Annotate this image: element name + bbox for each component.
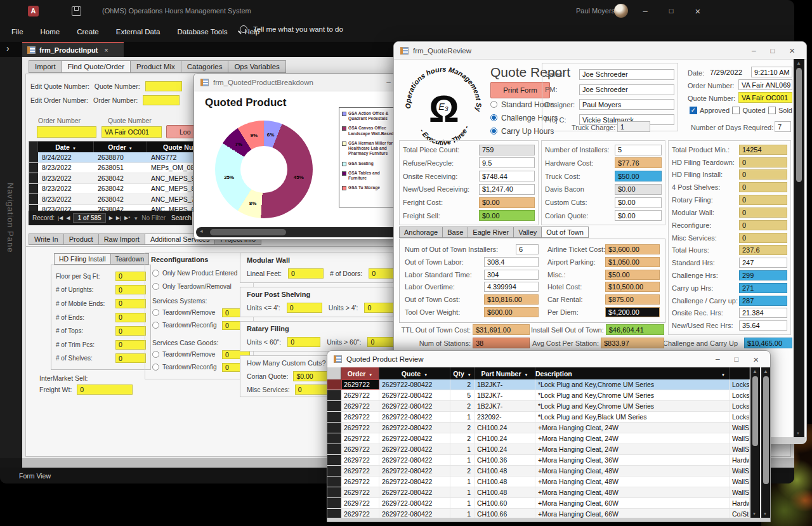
filter-state[interactable]: No Filter xyxy=(141,214,166,221)
row-selector[interactable] xyxy=(29,163,38,173)
datasheet-row[interactable]: 8/23/2022 2638042 ANC_MEPS_7 xyxy=(29,194,193,205)
scroll-thumb[interactable] xyxy=(796,68,802,182)
field-input[interactable]: $4,200.00 xyxy=(605,307,660,317)
field-input[interactable]: $10,816.00 xyxy=(484,294,539,305)
product-row[interactable]: 2629722 2629722-080422 2 CH100.24 +Mora … xyxy=(327,423,750,433)
field-input[interactable]: 299 xyxy=(739,270,787,280)
person-input[interactable]: Paul Moyers xyxy=(579,99,674,110)
field-input[interactable]: 14254 xyxy=(739,145,787,155)
scroll-left-icon[interactable] xyxy=(200,228,203,234)
last-record-icon[interactable] xyxy=(116,215,121,221)
units-gt4-input[interactable]: 0 xyxy=(364,303,395,313)
total-input[interactable]: $46,604.41 xyxy=(606,324,664,335)
menu-item[interactable]: External Data xyxy=(116,28,160,36)
field-input[interactable]: 4.399994 xyxy=(484,282,539,292)
field-input[interactable]: 0 xyxy=(739,182,787,192)
field-input[interactable]: $1,247.40 xyxy=(479,184,535,195)
order-column-header[interactable]: Order xyxy=(94,141,147,152)
truck-charge-input[interactable]: 1 xyxy=(617,121,650,132)
field-input[interactable]: 35.64 xyxy=(739,320,787,331)
units-lte4-input[interactable]: 0 xyxy=(287,303,322,313)
field-input[interactable]: 0 xyxy=(115,326,146,336)
scroll-up-icon[interactable] xyxy=(796,60,801,66)
field-input[interactable]: 0 xyxy=(115,272,146,281)
product-row[interactable]: 2629722 2629722-080422 1 232092- *Lock P… xyxy=(327,412,750,423)
menu-item[interactable]: Database Tools xyxy=(177,28,227,36)
form-tab[interactable]: Ops Variables xyxy=(228,60,285,73)
menu-item[interactable]: Home xyxy=(41,28,60,36)
row-selector[interactable] xyxy=(29,152,38,162)
form-tab[interactable]: Import xyxy=(29,60,62,73)
field-input[interactable]: 0 xyxy=(115,340,146,350)
close-button[interactable] xyxy=(748,354,764,365)
misc-services-input[interactable]: 0 xyxy=(295,385,331,395)
field-input[interactable]: 0 xyxy=(115,313,146,322)
maximize-button[interactable] xyxy=(658,0,684,22)
scroll-up-icon[interactable] xyxy=(763,369,768,374)
datasheet-row[interactable]: 8/24/2022 2638870 ANG772 xyxy=(29,152,193,163)
order-column-header[interactable]: Order xyxy=(341,367,379,379)
order-number-input[interactable]: VA Fair ANL069 xyxy=(738,79,792,90)
units-lt60-input[interactable]: 0 xyxy=(287,337,320,347)
form-tab[interactable]: Write In xyxy=(29,233,63,245)
field-input[interactable]: 0 xyxy=(739,169,787,180)
datasheet-row[interactable]: 8/23/2022 2638042 ANC_MEPS_9 xyxy=(29,173,193,184)
pr-titlebar[interactable]: Quoted Product Review xyxy=(327,351,770,368)
city-tab[interactable]: Eagle River xyxy=(468,227,513,238)
field-input[interactable]: 9.5 xyxy=(479,157,535,168)
row-selector[interactable] xyxy=(327,423,341,433)
filter-icon[interactable] xyxy=(133,214,138,221)
qty-column-header[interactable]: Qty xyxy=(450,367,475,379)
row-selector[interactable] xyxy=(29,184,38,194)
row-selector[interactable] xyxy=(327,466,341,476)
search-records[interactable]: Search xyxy=(171,214,192,221)
time-input[interactable]: 9:21:10 AM xyxy=(751,67,792,77)
checkbox-option[interactable]: Quoted xyxy=(732,106,765,114)
row-selector[interactable] xyxy=(327,509,341,518)
previous-record-icon[interactable] xyxy=(66,215,70,221)
row-selector[interactable] xyxy=(327,487,341,497)
lineal-feet-input[interactable]: 0 xyxy=(288,268,324,279)
person-input[interactable]: Joe Schroeder xyxy=(579,69,674,80)
total-input[interactable]: $31,691.00 xyxy=(473,324,530,335)
total-input[interactable]: $833.97 xyxy=(601,338,664,348)
field-input[interactable]: $600.00 xyxy=(484,307,539,317)
field-input[interactable]: 237.6 xyxy=(739,245,787,255)
new-record-icon[interactable] xyxy=(124,215,130,221)
field-input[interactable]: 6 xyxy=(516,244,539,254)
maximize-button[interactable] xyxy=(766,46,780,55)
close-button[interactable] xyxy=(784,45,800,56)
tab-close-icon[interactable]: × xyxy=(104,46,108,54)
city-tab[interactable]: Base xyxy=(442,227,468,238)
days-required-input[interactable]: 7 xyxy=(775,121,791,132)
table-vscrollbar[interactable] xyxy=(750,367,760,518)
city-tab[interactable]: Out of Town xyxy=(541,227,589,238)
field-input[interactable]: $748.44 xyxy=(479,171,535,181)
minimize-button[interactable] xyxy=(747,46,761,55)
field-input[interactable]: 287 xyxy=(739,296,787,306)
radio-option[interactable]: Only New Product Entered xyxy=(152,269,237,277)
nav-pane-expand-button[interactable] xyxy=(6,43,10,53)
maximize-button[interactable] xyxy=(730,355,744,364)
next-record-icon[interactable] xyxy=(109,215,113,221)
product-row[interactable]: 2629722 2629722-080422 1 CH100.66 +Mora … xyxy=(327,509,750,518)
record-position[interactable]: 1 of 585 xyxy=(73,213,105,223)
field-input[interactable]: 0 xyxy=(739,233,787,243)
city-tab[interactable]: Anchorage xyxy=(399,227,442,238)
chart-hscrollbar[interactable] xyxy=(196,227,400,237)
sub-tab[interactable]: Teardown xyxy=(110,253,150,265)
row-selector[interactable] xyxy=(29,194,38,204)
field-input[interactable]: 0 xyxy=(115,299,146,308)
row-selector[interactable] xyxy=(327,412,341,422)
row-selector[interactable] xyxy=(327,379,341,390)
quote-column-header[interactable]: Quote Number xyxy=(147,141,193,152)
field-input[interactable]: $0.00 xyxy=(479,197,535,208)
qr-titlebar[interactable]: frm_QuoteReview xyxy=(394,42,806,60)
quote-number-input[interactable]: VA Fair OC001 xyxy=(738,92,792,103)
qr-vscrollbar[interactable] xyxy=(794,59,804,437)
date-column-header[interactable]: Date xyxy=(38,141,94,152)
product-row[interactable]: 2629722 2629722-080422 2 CH100.48 +Mora … xyxy=(327,466,750,477)
account-name[interactable]: Paul Moyers xyxy=(576,7,615,15)
row-selector[interactable] xyxy=(327,498,341,508)
freight-wt-input[interactable]: 0 xyxy=(77,385,133,395)
